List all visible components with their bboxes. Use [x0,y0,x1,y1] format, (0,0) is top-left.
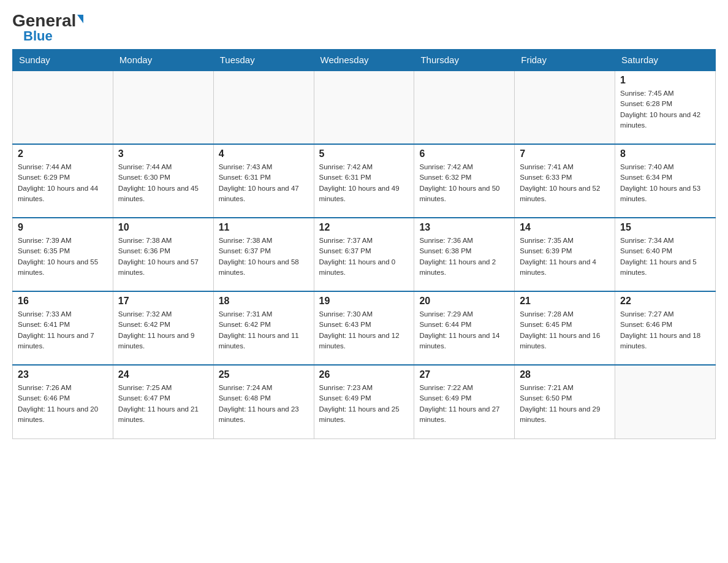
week-row-3: 9Sunrise: 7:39 AMSunset: 6:35 PMDaylight… [13,218,716,291]
calendar-cell: 18Sunrise: 7:31 AMSunset: 6:42 PMDayligh… [213,291,314,365]
calendar-cell: 4Sunrise: 7:43 AMSunset: 6:31 PMDaylight… [213,144,314,218]
day-info: Sunrise: 7:33 AMSunset: 6:41 PMDaylight:… [18,309,108,351]
calendar-cell: 27Sunrise: 7:22 AMSunset: 6:49 PMDayligh… [414,365,515,439]
calendar-cell: 7Sunrise: 7:41 AMSunset: 6:33 PMDaylight… [515,144,615,218]
day-info: Sunrise: 7:34 AMSunset: 6:40 PMDaylight:… [620,236,710,278]
day-info: Sunrise: 7:29 AMSunset: 6:44 PMDaylight:… [419,309,509,351]
calendar-cell: 23Sunrise: 7:26 AMSunset: 6:46 PMDayligh… [13,365,113,439]
calendar-cell: 11Sunrise: 7:38 AMSunset: 6:37 PMDayligh… [213,218,314,291]
weekday-header-row: SundayMondayTuesdayWednesdayThursdayFrid… [13,50,716,71]
weekday-header-monday: Monday [113,50,213,71]
calendar-cell: 5Sunrise: 7:42 AMSunset: 6:31 PMDaylight… [314,144,414,218]
day-number: 26 [319,369,409,380]
day-number: 20 [419,296,509,307]
day-number: 11 [219,222,309,233]
day-number: 10 [118,222,208,233]
day-info: Sunrise: 7:23 AMSunset: 6:49 PMDaylight:… [319,383,409,425]
calendar-cell: 16Sunrise: 7:33 AMSunset: 6:41 PMDayligh… [13,291,113,365]
day-number: 19 [319,296,409,307]
calendar-cell: 28Sunrise: 7:21 AMSunset: 6:50 PMDayligh… [515,365,615,439]
calendar-cell: 19Sunrise: 7:30 AMSunset: 6:43 PMDayligh… [314,291,414,365]
calendar-cell: 20Sunrise: 7:29 AMSunset: 6:44 PMDayligh… [414,291,515,365]
day-number: 28 [520,369,610,380]
calendar-cell [314,71,414,144]
day-info: Sunrise: 7:43 AMSunset: 6:31 PMDaylight:… [219,162,309,204]
day-number: 27 [419,369,509,380]
calendar-cell: 17Sunrise: 7:32 AMSunset: 6:42 PMDayligh… [113,291,213,365]
calendar-cell: 1Sunrise: 7:45 AMSunset: 6:28 PMDaylight… [615,71,716,144]
day-number: 21 [520,296,610,307]
day-info: Sunrise: 7:22 AMSunset: 6:49 PMDaylight:… [419,383,509,425]
calendar-cell: 3Sunrise: 7:44 AMSunset: 6:30 PMDaylight… [113,144,213,218]
day-info: Sunrise: 7:21 AMSunset: 6:50 PMDaylight:… [520,383,610,425]
logo-general-text: General [12,12,76,29]
calendar-cell [414,71,515,144]
day-info: Sunrise: 7:38 AMSunset: 6:37 PMDaylight:… [219,236,309,278]
week-row-4: 16Sunrise: 7:33 AMSunset: 6:41 PMDayligh… [13,291,716,365]
calendar-cell: 26Sunrise: 7:23 AMSunset: 6:49 PMDayligh… [314,365,414,439]
calendar-cell: 22Sunrise: 7:27 AMSunset: 6:46 PMDayligh… [615,291,716,365]
day-number: 9 [18,222,108,233]
calendar-cell: 10Sunrise: 7:38 AMSunset: 6:36 PMDayligh… [113,218,213,291]
week-row-5: 23Sunrise: 7:26 AMSunset: 6:46 PMDayligh… [13,365,716,439]
calendar-cell [113,71,213,144]
day-number: 15 [620,222,710,233]
day-info: Sunrise: 7:27 AMSunset: 6:46 PMDaylight:… [620,309,710,351]
day-info: Sunrise: 7:24 AMSunset: 6:48 PMDaylight:… [219,383,309,425]
calendar-cell: 9Sunrise: 7:39 AMSunset: 6:35 PMDaylight… [13,218,113,291]
day-number: 5 [319,148,409,159]
day-info: Sunrise: 7:44 AMSunset: 6:29 PMDaylight:… [18,162,108,204]
day-number: 8 [620,148,710,159]
logo-blue-text: Blue [23,29,53,43]
calendar-cell [13,71,113,144]
calendar-cell: 24Sunrise: 7:25 AMSunset: 6:47 PMDayligh… [113,365,213,439]
day-number: 3 [118,148,208,159]
calendar-cell: 25Sunrise: 7:24 AMSunset: 6:48 PMDayligh… [213,365,314,439]
calendar-cell: 2Sunrise: 7:44 AMSunset: 6:29 PMDaylight… [13,144,113,218]
logo: General Blue [12,12,83,43]
calendar-cell: 14Sunrise: 7:35 AMSunset: 6:39 PMDayligh… [515,218,615,291]
day-info: Sunrise: 7:31 AMSunset: 6:42 PMDaylight:… [219,309,309,351]
day-info: Sunrise: 7:44 AMSunset: 6:30 PMDaylight:… [118,162,208,204]
day-info: Sunrise: 7:42 AMSunset: 6:32 PMDaylight:… [419,162,509,204]
day-number: 7 [520,148,610,159]
day-info: Sunrise: 7:36 AMSunset: 6:38 PMDaylight:… [419,236,509,278]
day-number: 12 [319,222,409,233]
day-number: 17 [118,296,208,307]
day-number: 24 [118,369,208,380]
weekday-header-wednesday: Wednesday [314,50,414,71]
calendar-cell: 21Sunrise: 7:28 AMSunset: 6:45 PMDayligh… [515,291,615,365]
day-info: Sunrise: 7:38 AMSunset: 6:36 PMDaylight:… [118,236,208,278]
weekday-header-sunday: Sunday [13,50,113,71]
calendar-cell: 8Sunrise: 7:40 AMSunset: 6:34 PMDaylight… [615,144,716,218]
day-number: 18 [219,296,309,307]
week-row-2: 2Sunrise: 7:44 AMSunset: 6:29 PMDaylight… [13,144,716,218]
weekday-header-friday: Friday [515,50,615,71]
calendar-table: SundayMondayTuesdayWednesdayThursdayFrid… [12,49,716,439]
calendar-cell [615,365,716,439]
day-info: Sunrise: 7:28 AMSunset: 6:45 PMDaylight:… [520,309,610,351]
day-number: 16 [18,296,108,307]
day-number: 4 [219,148,309,159]
weekday-header-thursday: Thursday [414,50,515,71]
calendar-cell: 12Sunrise: 7:37 AMSunset: 6:37 PMDayligh… [314,218,414,291]
day-number: 1 [620,75,710,86]
day-info: Sunrise: 7:30 AMSunset: 6:43 PMDaylight:… [319,309,409,351]
day-info: Sunrise: 7:35 AMSunset: 6:39 PMDaylight:… [520,236,610,278]
day-info: Sunrise: 7:39 AMSunset: 6:35 PMDaylight:… [18,236,108,278]
day-number: 23 [18,369,108,380]
day-info: Sunrise: 7:25 AMSunset: 6:47 PMDaylight:… [118,383,208,425]
calendar-cell [213,71,314,144]
day-info: Sunrise: 7:32 AMSunset: 6:42 PMDaylight:… [118,309,208,351]
weekday-header-tuesday: Tuesday [213,50,314,71]
day-info: Sunrise: 7:37 AMSunset: 6:37 PMDaylight:… [319,236,409,278]
day-number: 2 [18,148,108,159]
day-number: 22 [620,296,710,307]
page-header: General Blue [12,12,716,43]
day-info: Sunrise: 7:26 AMSunset: 6:46 PMDaylight:… [18,383,108,425]
day-number: 14 [520,222,610,233]
calendar-cell [515,71,615,144]
day-info: Sunrise: 7:42 AMSunset: 6:31 PMDaylight:… [319,162,409,204]
day-number: 6 [419,148,509,159]
day-number: 13 [419,222,509,233]
